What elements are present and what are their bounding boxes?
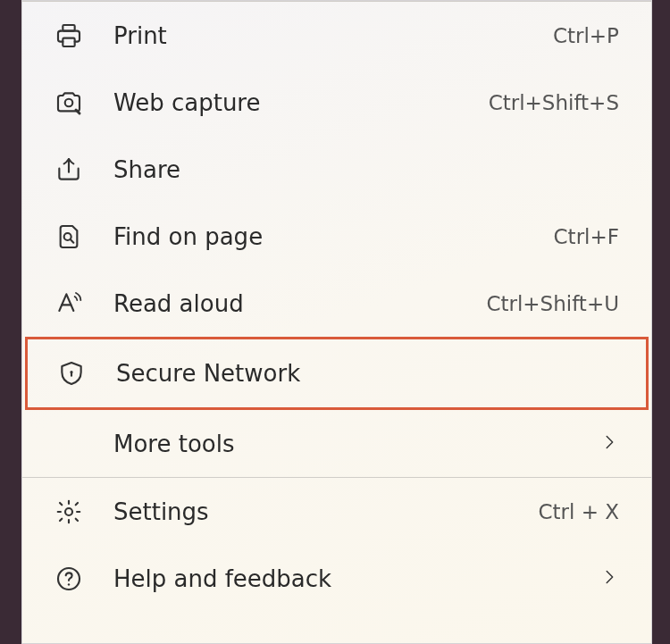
menu-item-label: More tools (113, 431, 599, 457)
menu-item-more-tools[interactable]: More tools (22, 410, 651, 477)
browser-overflow-menu: Print Ctrl+P Web capture Ctrl+Shift+S Sh… (21, 0, 652, 644)
menu-item-label: Share (113, 156, 619, 183)
svg-rect-1 (63, 38, 74, 46)
menu-item-help-feedback[interactable]: Help and feedback (22, 545, 651, 612)
menu-item-read-aloud[interactable]: Read aloud Ctrl+Shift+U (22, 270, 651, 337)
menu-item-label: Print (113, 22, 553, 49)
menu-item-find-on-page[interactable]: Find on page Ctrl+F (22, 203, 651, 270)
print-icon (51, 18, 87, 54)
menu-item-shortcut: Ctrl+Shift+U (486, 292, 619, 315)
chevron-right-icon (599, 432, 619, 456)
menu-item-label: Web capture (113, 89, 489, 116)
menu-item-share[interactable]: Share (22, 136, 651, 203)
read-aloud-icon (51, 286, 87, 322)
svg-point-5 (65, 508, 72, 515)
find-on-page-icon (51, 219, 87, 255)
menu-item-label: Read aloud (113, 290, 486, 317)
chevron-right-icon (599, 567, 619, 590)
menu-item-label: Find on page (113, 223, 554, 250)
menu-item-shortcut: Ctrl+Shift+S (489, 91, 619, 114)
svg-point-2 (65, 98, 73, 106)
menu-item-settings[interactable]: Settings Ctrl + X (22, 478, 651, 545)
menu-item-shortcut: Ctrl+P (553, 24, 619, 47)
menu-item-label: Secure Network (116, 360, 616, 387)
shield-icon (54, 355, 89, 391)
menu-item-print[interactable]: Print Ctrl+P (22, 2, 651, 69)
menu-item-secure-network[interactable]: Secure Network (25, 337, 649, 410)
gear-icon (51, 494, 87, 530)
camera-icon (51, 85, 87, 121)
menu-item-shortcut: Ctrl + X (538, 500, 619, 523)
menu-item-label: Settings (113, 498, 538, 525)
svg-point-7 (68, 583, 70, 585)
share-icon (51, 152, 87, 188)
menu-item-shortcut: Ctrl+F (554, 225, 619, 248)
help-icon (51, 561, 87, 597)
menu-item-web-capture[interactable]: Web capture Ctrl+Shift+S (22, 69, 651, 136)
menu-item-label: Help and feedback (113, 565, 599, 592)
